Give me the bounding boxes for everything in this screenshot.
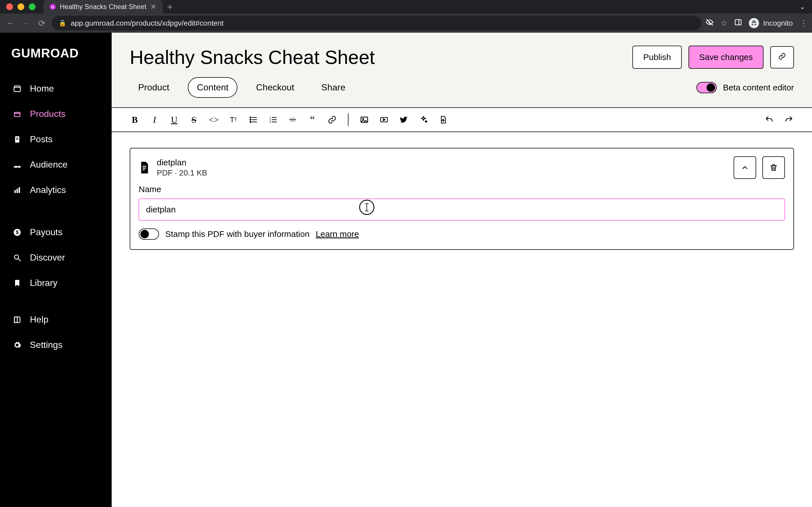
image-button[interactable]	[358, 114, 370, 126]
incognito-indicator[interactable]: Incognito	[749, 18, 793, 28]
file-upload-button[interactable]	[437, 114, 449, 126]
svg-point-14	[14, 255, 18, 259]
tab-close-icon[interactable]: ✕	[150, 3, 156, 11]
brand-logo[interactable]: GUMROAD	[0, 33, 111, 76]
incognito-icon	[749, 18, 759, 28]
svg-point-8	[17, 162, 20, 165]
delete-button[interactable]	[762, 156, 785, 179]
side-panel-icon[interactable]	[734, 18, 742, 28]
tab-checkout[interactable]: Checkout	[248, 78, 303, 97]
svg-rect-17	[14, 317, 17, 323]
sidebar-item-discover[interactable]: Discover	[0, 245, 111, 270]
tab-product[interactable]: Product	[130, 78, 177, 97]
tab-content[interactable]: Content	[188, 77, 238, 98]
browser-address-bar: ← → ⟳ 🔒 app.gumroad.com/products/xdpgv/e…	[0, 13, 812, 33]
toolbar-separator	[348, 113, 349, 126]
home-icon	[12, 84, 22, 94]
sidebar-item-settings[interactable]: Settings	[0, 332, 111, 358]
url-bar[interactable]: 🔒 app.gumroad.com/products/xdpgv/edit#co…	[52, 16, 701, 31]
sidebar-item-label: Audience	[30, 159, 67, 170]
svg-rect-36	[143, 166, 146, 167]
file-icon	[139, 161, 150, 174]
save-changes-button[interactable]: Save changes	[689, 46, 763, 69]
learn-more-link[interactable]: Learn more	[316, 229, 359, 239]
svg-point-7	[15, 162, 17, 165]
svg-text:$: $	[16, 230, 18, 235]
strikethrough-button[interactable]: S	[188, 114, 200, 126]
publish-button[interactable]: Publish	[632, 46, 681, 69]
underline-button[interactable]: U	[168, 114, 181, 126]
quote-button[interactable]: “	[306, 114, 319, 126]
italic-button[interactable]: I	[148, 114, 161, 126]
favicon-icon: G	[50, 4, 56, 10]
svg-rect-38	[143, 169, 145, 170]
tab-overflow-icon[interactable]: ⌄	[800, 3, 805, 11]
page-title: Healthy Snacks Cheat Sheet	[130, 46, 375, 68]
code-button[interactable]: <>	[207, 114, 220, 126]
name-input[interactable]	[139, 199, 785, 221]
sidebar-item-library[interactable]: Library	[0, 270, 111, 296]
main-panel: Healthy Snacks Cheat Sheet Publish Save …	[112, 33, 812, 507]
nav-back-button[interactable]: ←	[4, 18, 16, 28]
window-minimize-dot[interactable]	[17, 3, 24, 10]
svg-rect-10	[17, 189, 18, 193]
sparkle-button[interactable]	[417, 114, 430, 126]
svg-rect-3	[14, 112, 20, 116]
tab-share[interactable]: Share	[313, 78, 354, 97]
sidebar-item-posts[interactable]: Posts	[0, 127, 111, 152]
editor-canvas[interactable]: dietplan PDF · 20.1 KB	[112, 132, 812, 266]
nav-reload-button[interactable]: ⟳	[36, 18, 47, 28]
bold-button[interactable]: B	[129, 114, 141, 126]
sidebar-item-payouts[interactable]: $ Payouts	[0, 220, 111, 245]
hr-button[interactable]	[287, 114, 299, 126]
svg-point-22	[250, 121, 251, 122]
svg-rect-9	[14, 190, 16, 193]
nav-forward-button[interactable]: →	[20, 18, 32, 28]
bullet-list-button[interactable]	[247, 114, 259, 126]
sidebar-item-analytics[interactable]: Analytics	[0, 177, 111, 203]
twitter-button[interactable]	[398, 114, 410, 126]
sidebar-item-products[interactable]: Products	[0, 101, 111, 127]
sidebar-item-label: Analytics	[30, 185, 66, 195]
browser-tab-active[interactable]: G Healthy Snacks Cheat Sheet ✕	[43, 0, 163, 13]
gear-icon	[12, 340, 22, 350]
browser-tabstrip: G Healthy Snacks Cheat Sheet ✕ + ⌄	[0, 0, 812, 13]
file-meta: PDF · 20.1 KB	[157, 168, 207, 177]
users-icon	[12, 160, 22, 170]
sidebar-item-label: Settings	[30, 340, 63, 350]
video-button[interactable]	[378, 114, 390, 126]
svg-point-34	[363, 118, 364, 119]
sidebar-item-help[interactable]: Help	[0, 307, 111, 332]
stamp-label: Stamp this PDF with buyer information	[165, 229, 310, 239]
sidebar-item-home[interactable]: Home	[0, 76, 111, 101]
bookmark-star-icon[interactable]: ☆	[720, 18, 727, 28]
stamp-toggle[interactable]	[139, 228, 159, 240]
sidebar-item-label: Payouts	[30, 227, 63, 237]
sidebar-item-audience[interactable]: Audience	[0, 152, 111, 177]
kebab-menu-icon[interactable]: ⋮	[800, 18, 808, 28]
undo-button[interactable]	[763, 114, 775, 126]
beta-editor-toggle[interactable]	[696, 82, 717, 93]
copy-link-button[interactable]	[770, 46, 794, 68]
sidebar-item-label: Help	[30, 314, 49, 325]
help-icon	[12, 315, 22, 325]
url-text: app.gumroad.com/products/xdpgv/edit#cont…	[71, 19, 223, 27]
file-name: dietplan	[157, 158, 207, 167]
tab-title: Healthy Snacks Cheat Sheet	[60, 3, 146, 11]
content-tabs-row: Product Content Checkout Share Beta cont…	[112, 77, 812, 107]
page-header: Healthy Snacks Cheat Sheet Publish Save …	[112, 33, 812, 77]
ordered-list-button[interactable]: 123	[267, 114, 279, 126]
redo-button[interactable]	[783, 114, 795, 126]
bookmark-icon	[12, 278, 22, 288]
sidebar-item-label: Discover	[30, 252, 65, 263]
window-traffic-lights	[6, 3, 36, 10]
link-button[interactable]	[326, 114, 338, 126]
editor-toolbar: B I U S <> TT 123 “	[112, 108, 812, 132]
text-size-button[interactable]: TT	[227, 114, 240, 126]
collapse-button[interactable]	[733, 156, 756, 179]
window-zoom-dot[interactable]	[29, 3, 36, 10]
window-close-dot[interactable]	[6, 3, 13, 10]
beta-editor-label: Beta content editor	[723, 83, 794, 93]
eye-off-icon[interactable]	[706, 18, 714, 28]
new-tab-button[interactable]: +	[167, 1, 173, 12]
